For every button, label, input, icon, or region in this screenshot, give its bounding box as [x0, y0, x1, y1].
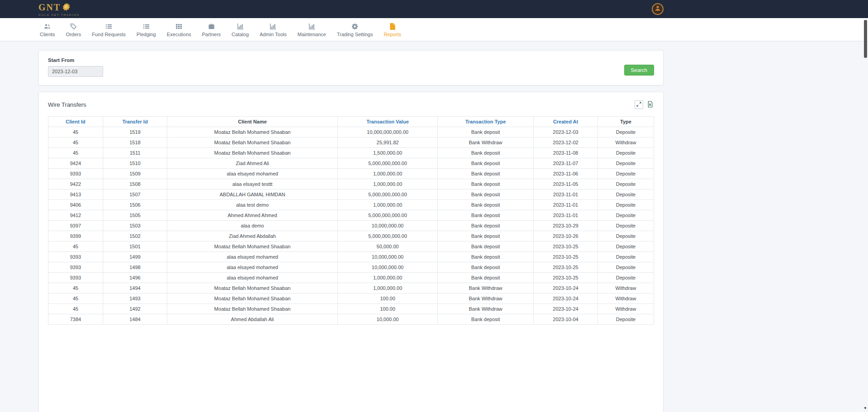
export-excel-button[interactable] — [646, 101, 654, 109]
wire-transfers-panel: Wire Transfers Client IdTransfer IdClien… — [38, 92, 664, 412]
table-cell: 10,000,000,000.00 — [338, 127, 438, 137]
table-row: 93931509alaa elsayed mohamed1,000,000.00… — [48, 169, 654, 179]
expand-button[interactable] — [635, 100, 643, 109]
table-cell: Bank Withdraw — [438, 137, 534, 148]
table-cell: Deposite — [598, 242, 654, 252]
scrollbar[interactable]: ▼ — [863, 0, 868, 412]
user-avatar[interactable] — [652, 3, 664, 15]
start-from-label: Start From — [48, 57, 103, 63]
nav-item-admin-tools[interactable]: Admin Tools — [260, 23, 287, 37]
start-from-input[interactable] — [48, 66, 103, 77]
table-cell: Withdraw — [598, 283, 654, 294]
wire-transfers-table: Client IdTransfer IdClient NameTransacti… — [48, 116, 654, 325]
table-cell: 9413 — [48, 189, 103, 200]
nav-item-reports[interactable]: Reports — [384, 23, 401, 37]
column-header-transfer-id[interactable]: Transfer Id — [103, 117, 167, 127]
table-cell: 2023-12-03 — [534, 127, 598, 137]
column-header-created-at[interactable]: Created At — [534, 117, 598, 127]
table-row: 93931499alaa elsayed mohamed10,000,000.0… — [48, 252, 654, 262]
scroll-down-arrow[interactable]: ▼ — [863, 406, 867, 410]
table-cell: 2023-10-04 — [534, 314, 598, 325]
main-nav: ClientsOrdersFund RequestsPledgingExecut… — [0, 18, 868, 41]
executions-icon — [175, 23, 182, 30]
nav-item-label: Pledging — [137, 32, 156, 37]
column-header-transaction-type[interactable]: Transaction Type — [438, 117, 534, 127]
table-cell: 25,991.82 — [338, 137, 438, 148]
partners-icon — [208, 23, 215, 30]
table-cell: Moataz Bellah Mohamed Shaaban — [167, 137, 338, 148]
nav-item-catalog[interactable]: Catalog — [232, 23, 249, 37]
table-cell: Bank deposit — [438, 148, 534, 158]
table-cell: 1484 — [103, 314, 167, 325]
table-cell: 2023-11-05 — [534, 179, 598, 189]
nav-item-maintenance[interactable]: Maintenance — [298, 23, 326, 37]
table-cell: 1503 — [103, 221, 167, 231]
brand-text: GNT — [38, 3, 61, 12]
table-cell: Deposite — [598, 314, 654, 325]
table-row: 94061506alaa test demo1,000,000.00Bank d… — [48, 200, 654, 210]
table-cell: Deposite — [598, 273, 654, 283]
table-cell: Deposite — [598, 179, 654, 189]
table-cell: 9393 — [48, 262, 103, 273]
table-row: 93931496alaa elsayed mohamed1,000,000.00… — [48, 273, 654, 283]
table-cell: Moataz Bellah Mohamed Shaaban — [167, 148, 338, 158]
table-cell: Moataz Bellah Mohamed Shaaban — [167, 304, 338, 314]
search-button[interactable]: Search — [624, 65, 654, 76]
brand-logo[interactable]: GNT GOLD NET TRADING — [38, 2, 80, 16]
table-cell: Deposite — [598, 127, 654, 137]
nav-item-pledging[interactable]: Pledging — [137, 23, 156, 37]
table-cell: 5,000,000,000.00 — [338, 158, 438, 169]
table-cell: 10,000,000.00 — [338, 262, 438, 273]
table-cell: ABDALLAH GAMAL HIMDAN — [167, 189, 338, 200]
nav-item-trading-settings[interactable]: Trading Settings — [337, 23, 373, 37]
user-icon — [654, 5, 661, 14]
nav-item-label: Clients — [40, 32, 55, 37]
table-cell: Bank deposit — [438, 242, 534, 252]
table-cell: 45 — [48, 127, 103, 137]
table-cell: 45 — [48, 148, 103, 158]
reports-icon — [389, 23, 395, 30]
nav-item-label: Executions — [167, 32, 191, 37]
table-cell: 9393 — [48, 273, 103, 283]
table-row: 93971503alaa demo10,000,000.00Bank depos… — [48, 221, 654, 231]
table-cell: 2023-10-25 — [534, 273, 598, 283]
nav-item-fund-requests[interactable]: Fund Requests — [92, 23, 126, 37]
maintenance-icon — [308, 23, 315, 30]
table-cell: 2023-12-02 — [534, 137, 598, 148]
nav-item-partners[interactable]: Partners — [202, 23, 221, 37]
table-cell: 9422 — [48, 179, 103, 189]
table-row: 94221508alaa elsayed testtt1,000,000.00B… — [48, 179, 654, 189]
table-cell: Bank deposit — [438, 231, 534, 242]
table-cell: Deposite — [598, 189, 654, 200]
table-cell: alaa test demo — [167, 200, 338, 210]
table-cell: Deposite — [598, 221, 654, 231]
table-cell: 9406 — [48, 200, 103, 210]
table-cell: 1,000,000.00 — [338, 169, 438, 179]
expand-icon — [636, 101, 642, 109]
nav-item-orders[interactable]: Orders — [66, 23, 81, 37]
table-cell: Deposite — [598, 148, 654, 158]
table-row: 94121505Ahmed Ahmed Ahmed5,000,000,000.0… — [48, 210, 654, 221]
table-cell: alaa demo — [167, 221, 338, 231]
table-cell: 2023-11-01 — [534, 189, 598, 200]
table-cell: 45 — [48, 137, 103, 148]
table-cell: Deposite — [598, 262, 654, 273]
filter-panel: Start From Search — [38, 50, 664, 85]
table-cell: 10,000,000.00 — [338, 221, 438, 231]
table-header-row: Client IdTransfer IdClient NameTransacti… — [48, 117, 654, 127]
table-cell: 1511 — [103, 148, 167, 158]
table-cell: Deposite — [598, 252, 654, 262]
table-cell: 45 — [48, 242, 103, 252]
table-cell: 2023-10-29 — [534, 221, 598, 231]
table-cell: Bank Withdraw — [438, 294, 534, 304]
table-cell: 2023-10-25 — [534, 262, 598, 273]
column-header-transaction-value[interactable]: Transaction Value — [338, 117, 438, 127]
brand-subtitle: GOLD NET TRADING — [38, 14, 80, 16]
table-cell: Bank deposit — [438, 179, 534, 189]
table-cell: 1494 — [103, 283, 167, 294]
scrollbar-thumb[interactable] — [864, 20, 867, 58]
column-header-client-id[interactable]: Client Id — [48, 117, 103, 127]
nav-item-executions[interactable]: Executions — [167, 23, 191, 37]
nav-item-clients[interactable]: Clients — [40, 23, 55, 37]
table-cell: 1496 — [103, 273, 167, 283]
